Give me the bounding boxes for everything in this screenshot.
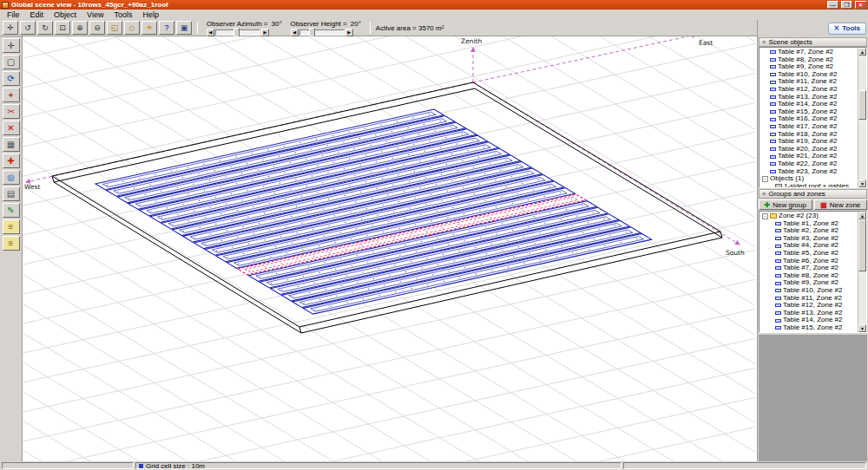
zone-table-item[interactable]: Table #2, Zone #2 [760,227,858,235]
delete-object-button[interactable]: ✕ [3,121,20,135]
objects-node[interactable]: -Objects (1) [760,175,858,183]
rotate-left-button[interactable]: ↺ [20,21,36,35]
scroll-thumb[interactable] [858,219,866,271]
plus-icon: ✚ [765,201,771,209]
scene-canvas[interactable]: ZenithEastWestSouth [23,36,757,461]
center-view-button[interactable]: ◎ [3,170,20,185]
menu-help[interactable]: Help [137,10,164,19]
rotate-scene-tool-button[interactable]: ⟳ [3,71,20,86]
observer-height-thumb[interactable] [309,28,315,37]
zone-table-item[interactable]: Table #14, Zone #2 [760,317,858,324]
menu-object[interactable]: Object [49,10,82,19]
scene-3d-view[interactable]: ZenithEastWestSouth [23,36,755,461]
zoom-out-button[interactable]: ⊖ [89,21,105,35]
zone-table-item[interactable]: Table #10, Zone #2 [760,287,858,295]
close-button[interactable]: ✕ [855,1,866,9]
scene-object-item[interactable]: Table #17, Zone #2 [760,123,858,131]
zone-table-item[interactable]: Table #13, Zone #2 [760,310,858,317]
zone-table-item[interactable]: Table #11, Zone #2 [760,295,858,303]
pan-view-button[interactable]: ✛ [3,21,18,35]
maximize-button[interactable]: ❐ [841,1,852,9]
cut-tool-button[interactable]: ✂ [3,104,20,119]
scroll-thumb[interactable] [858,90,866,120]
scene-object-item[interactable]: Table #7, Zone #2 [760,49,858,56]
zone-node[interactable]: -Zone #2 (23) [760,212,858,220]
report2-button[interactable]: ≡ [3,236,20,251]
zone-table-item[interactable]: Table #7, Zone #2 [760,264,858,272]
zone-table-item[interactable]: Table #4, Zone #2 [760,242,858,250]
shadows-button[interactable]: ☀ [141,21,157,35]
scene-object-item[interactable]: Table #21, Zone #2 [760,153,858,160]
scene-object-item[interactable]: Table #11, Zone #2 [760,78,858,86]
groups-and-zones-header[interactable]: » Groups and zones [759,189,867,199]
scene-object-item[interactable]: Table #12, Zone #2 [760,86,858,94]
move-object-button[interactable]: ✚ [3,153,20,168]
zone-table-item[interactable]: Table #3, Zone #2 [760,235,858,243]
zone-table-item[interactable]: Table #1, Zone #2 [760,220,858,228]
scene-object-item[interactable]: Table #13, Zone #2 [760,94,858,101]
scene-object-item[interactable]: Table #10, Zone #2 [760,71,858,79]
scene-object-item[interactable]: Table #23, Zone #2 [760,168,858,176]
observer-azimuth-track[interactable] [215,29,260,36]
new-zone-button[interactable]: ▦ New zone [814,199,868,210]
zone-table-item[interactable]: Table #5, Zone #2 [760,250,858,258]
edit-tool-button[interactable]: ✎ [3,203,20,218]
zoom-extents-button[interactable]: ⊡ [55,21,70,35]
slider-left-arrow-icon[interactable]: ◀ [207,29,214,36]
scroll-up-icon[interactable]: ▲ [858,212,866,219]
scene-object-item[interactable]: Table #19, Zone #2 [760,138,858,146]
groups-scrollbar[interactable]: ▲ ▼ [858,212,866,332]
scroll-up-icon[interactable]: ▲ [858,48,866,55]
help-button[interactable]: ? [159,21,174,35]
menu-view[interactable]: View [82,10,108,19]
new-group-button[interactable]: ✚ New group [759,199,812,210]
grid-tool-button[interactable]: ▦ [3,137,20,152]
zone-table-item[interactable]: Table #12, Zone #2 [760,302,858,310]
scene-perspective-button[interactable]: ◇ [124,21,140,35]
scene-object-label: Table #9, Zone #2 [778,63,833,71]
scene-object-item[interactable]: Table #20, Zone #2 [760,146,858,153]
scene-objects-header[interactable]: » Scene objects [759,37,867,47]
tools-button[interactable]: ✕ Tools [828,23,866,35]
new-group-label: New group [773,201,806,209]
observer-azimuth-slider[interactable]: ◀ ▶ [207,29,282,36]
table-properties-button[interactable]: ▤ [3,186,20,201]
zone-table-item[interactable]: Table #16, Zone #2 [760,332,858,334]
menu-tools[interactable]: Tools [108,10,137,19]
zoom-window-button[interactable]: ◱ [107,21,122,35]
minimize-button[interactable]: — [827,1,838,9]
help-icon: ? [164,23,168,32]
collapse-box-icon[interactable]: - [762,213,768,219]
menu-file[interactable]: File [2,10,25,19]
observer-azimuth-thumb[interactable] [233,28,240,37]
collapse-box-icon[interactable]: - [762,176,768,182]
scene-object-item[interactable]: Table #8, Zone #2 [760,56,858,64]
slider-right-arrow-icon[interactable]: ▶ [261,29,269,36]
observer-height-track[interactable] [299,29,345,36]
zone-table-item[interactable]: Table #8, Zone #2 [760,272,858,280]
export-image-button[interactable]: ▣ [176,21,192,35]
zoom-select-tool-button[interactable]: ▢ [3,55,20,69]
slider-left-arrow-icon[interactable]: ◀ [291,29,299,36]
pointer-tool-button[interactable]: ✛ [3,38,20,53]
roof-object-item[interactable]: 1-sided roof + gables [760,183,858,188]
scene-object-item[interactable]: Table #9, Zone #2 [760,63,858,71]
zone-table-item[interactable]: Table #6, Zone #2 [760,258,858,265]
rotate-right-button[interactable]: ↻ [37,21,53,35]
observer-height-slider[interactable]: ◀ ▶ [291,29,361,36]
scene-object-item[interactable]: Table #16, Zone #2 [760,115,858,123]
scene-objects-scrollbar[interactable]: ▲ ▼ [858,48,866,187]
scroll-down-icon[interactable]: ▼ [858,180,866,187]
scroll-down-icon[interactable]: ▼ [858,324,866,332]
zone-table-item[interactable]: Table #9, Zone #2 [760,279,858,287]
report-button[interactable]: ≡ [3,219,20,234]
scene-object-item[interactable]: Table #15, Zone #2 [760,108,858,116]
scene-object-item[interactable]: Table #22, Zone #2 [760,160,858,168]
zoom-in-button[interactable]: ⊕ [72,21,88,35]
menu-edit[interactable]: Edit [25,10,49,19]
scene-object-item[interactable]: Table #14, Zone #2 [760,101,858,108]
observer-tool-button[interactable]: ⌖ [3,88,20,102]
scene-object-item[interactable]: Table #18, Zone #2 [760,131,858,139]
slider-right-arrow-icon[interactable]: ▶ [345,29,353,36]
zone-table-item[interactable]: Table #15, Zone #2 [760,324,858,332]
